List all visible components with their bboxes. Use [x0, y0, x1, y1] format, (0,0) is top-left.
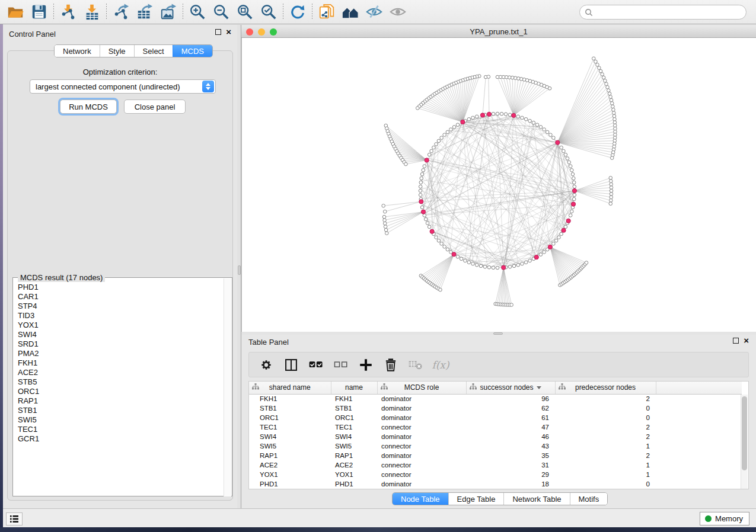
network-node[interactable]	[607, 89, 611, 92]
network-node[interactable]	[601, 73, 604, 76]
mcds-node[interactable]	[480, 113, 484, 117]
network-node[interactable]	[572, 177, 575, 180]
network-node[interactable]	[492, 266, 495, 270]
task-history-button[interactable]	[6, 512, 23, 525]
network-node[interactable]	[404, 162, 408, 166]
network-node[interactable]	[610, 186, 613, 190]
mcds-node[interactable]	[419, 200, 423, 204]
splitter-handle[interactable]	[238, 265, 241, 275]
network-node[interactable]	[437, 139, 441, 143]
mcds-node[interactable]	[425, 158, 429, 162]
network-node[interactable]	[422, 168, 425, 172]
network-node[interactable]	[610, 196, 613, 199]
network-node[interactable]	[467, 117, 471, 121]
network-node[interactable]	[382, 215, 386, 219]
network-node[interactable]	[516, 115, 520, 118]
zoom-fit-icon[interactable]	[233, 2, 257, 22]
tab-select[interactable]: Select	[134, 45, 173, 57]
network-node[interactable]	[608, 92, 611, 95]
network-node[interactable]	[521, 116, 524, 120]
scrollbar-thumb[interactable]	[742, 396, 747, 470]
network-node[interactable]	[508, 265, 512, 268]
network-node[interactable]	[419, 193, 422, 197]
network-node[interactable]	[428, 153, 431, 156]
network-node[interactable]	[609, 176, 613, 180]
table-row[interactable]: RAP1RAP1dominator352	[249, 451, 742, 460]
network-node[interactable]	[605, 82, 608, 86]
mcds-result-item[interactable]: SRD1	[14, 339, 223, 349]
network-node[interactable]	[610, 98, 613, 102]
network-node[interactable]	[487, 265, 491, 269]
network-node[interactable]	[383, 222, 387, 225]
network-node[interactable]	[435, 236, 438, 239]
export-image-icon[interactable]	[157, 2, 180, 22]
add-column-icon[interactable]	[358, 357, 374, 373]
network-node[interactable]	[610, 180, 613, 183]
network-node[interactable]	[566, 157, 569, 161]
network-node[interactable]	[471, 116, 475, 120]
search-input[interactable]	[593, 8, 735, 17]
network-node[interactable]	[569, 165, 572, 168]
zoom-in-icon[interactable]	[186, 2, 209, 22]
network-node[interactable]	[552, 242, 556, 246]
mcds-result-item[interactable]: FKH1	[14, 358, 223, 368]
mcds-node[interactable]	[571, 202, 575, 206]
mcds-result-item[interactable]: SWI4	[14, 330, 223, 339]
table-row[interactable]: SWI5SWI5connector431	[249, 441, 742, 451]
mcds-node[interactable]	[562, 228, 566, 232]
network-node[interactable]	[479, 264, 483, 268]
network-node[interactable]	[604, 79, 607, 82]
table-row[interactable]: FKH1FKH1dominator962	[249, 394, 742, 403]
network-node[interactable]	[532, 121, 535, 124]
mcds-result-item[interactable]: CAR1	[14, 292, 223, 302]
network-node[interactable]	[554, 239, 558, 242]
network-node[interactable]	[496, 112, 499, 116]
column-header-successor-nodes[interactable]: successor nodes	[466, 382, 555, 394]
network-node[interactable]	[500, 112, 503, 116]
mcds-result-item[interactable]: SWI5	[14, 415, 223, 425]
close-panel-icon[interactable]: ×	[744, 338, 749, 344]
network-node[interactable]	[384, 225, 387, 229]
zoom-out-icon[interactable]	[209, 2, 233, 22]
mcds-result-item[interactable]: STB5	[14, 377, 223, 387]
mcds-node[interactable]	[572, 188, 576, 193]
network-node[interactable]	[610, 193, 613, 196]
network-node[interactable]	[610, 156, 614, 160]
network-node[interactable]	[420, 206, 424, 209]
mcds-node[interactable]	[534, 255, 538, 259]
network-canvas[interactable]	[241, 38, 756, 332]
network-node[interactable]	[437, 239, 441, 242]
network-titlebar[interactable]: YPA_prune.txt_1	[241, 26, 756, 38]
vertical-splitter[interactable]	[237, 25, 241, 508]
network-node[interactable]	[416, 107, 419, 110]
network-node[interactable]	[560, 232, 563, 236]
mcds-node[interactable]	[566, 219, 570, 223]
network-node[interactable]	[585, 261, 588, 265]
mcds-node[interactable]	[502, 265, 506, 270]
network-node[interactable]	[420, 172, 424, 176]
network-node[interactable]	[573, 193, 576, 197]
network-node[interactable]	[613, 121, 617, 124]
network-node[interactable]	[594, 60, 598, 63]
mcds-result-item[interactable]: YOX1	[14, 321, 223, 330]
network-node[interactable]	[440, 136, 444, 140]
network-node[interactable]	[549, 133, 553, 137]
network-node[interactable]	[562, 149, 566, 153]
network-node[interactable]	[606, 85, 610, 89]
network-node[interactable]	[610, 102, 614, 105]
mcds-node[interactable]	[421, 210, 425, 214]
network-node[interactable]	[524, 261, 528, 264]
float-panel-icon[interactable]	[215, 29, 221, 35]
network-node[interactable]	[543, 128, 546, 132]
network-node[interactable]	[430, 149, 433, 153]
show-columns-icon[interactable]	[308, 357, 324, 373]
network-node[interactable]	[612, 108, 615, 111]
hide-columns-icon[interactable]	[333, 357, 349, 373]
network-node[interactable]	[435, 143, 438, 146]
table-scrollbar[interactable]	[741, 395, 748, 489]
network-node[interactable]	[492, 112, 495, 116]
network-node[interactable]	[443, 133, 446, 137]
mcds-node[interactable]	[430, 229, 434, 233]
mcds-node[interactable]	[461, 120, 465, 124]
float-panel-icon[interactable]	[733, 338, 739, 344]
